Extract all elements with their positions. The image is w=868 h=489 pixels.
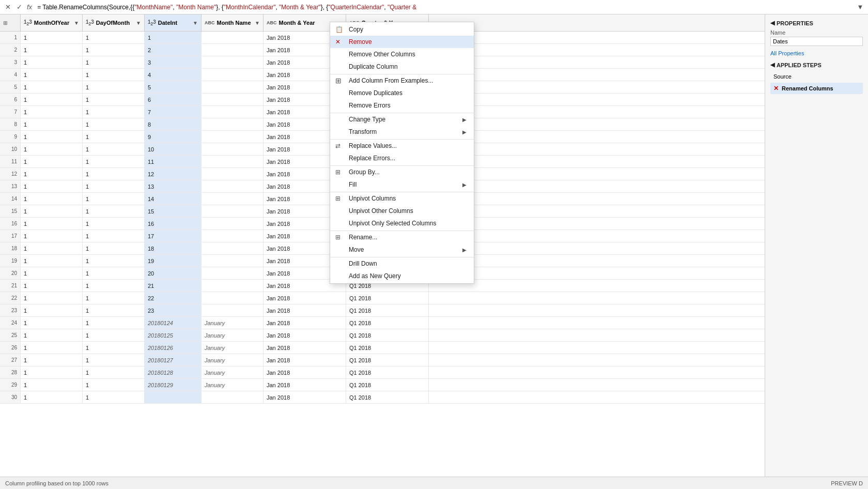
cell-monthofyear-18: 1 xyxy=(21,242,83,254)
menu-item-remove-other[interactable]: Remove Other Columns xyxy=(330,48,474,60)
cell-monthname-29: January xyxy=(202,379,264,391)
expand-icon[interactable]: ▼ xyxy=(856,3,865,12)
filter-monthname[interactable]: ▼ xyxy=(255,20,260,26)
cell-monthname-15 xyxy=(202,205,264,217)
row-num-3: 3 xyxy=(0,56,21,68)
col-header-dayofmonth[interactable]: 123 DayOfMonth ▼ xyxy=(83,14,145,31)
cell-quarterandyear-30: Q1 2018 xyxy=(346,391,429,403)
menu-item-add-new-query[interactable]: Add as New Query xyxy=(330,270,474,282)
cell-monthofyear-22: 1 xyxy=(21,292,83,304)
cell-dateint-28: 20180128 xyxy=(145,366,202,378)
filter-dayofmonth[interactable]: ▼ xyxy=(136,20,141,26)
cell-dateint-2: 2 xyxy=(145,44,202,56)
steps-arrow: ◀ xyxy=(770,62,774,68)
type-icon-monthname: ABC xyxy=(205,20,215,25)
remove-icon: ✕ xyxy=(335,38,340,45)
unpivot-icon: ⊞ xyxy=(335,195,340,202)
confirm-icon[interactable]: ✓ xyxy=(14,3,24,12)
applied-steps-section: ◀ APPLIED STEPS Source✕Renamed Columns xyxy=(770,62,863,471)
right-panel: ◀ PROPERTIES Name All Properties ◀ APPLI… xyxy=(765,14,868,477)
cell-dateint-7: 7 xyxy=(145,106,202,118)
all-properties-link[interactable]: All Properties xyxy=(770,50,863,56)
menu-item-remove[interactable]: ✕Remove xyxy=(330,36,474,48)
cell-monthname-11 xyxy=(202,156,264,167)
cancel-icon[interactable]: ✕ xyxy=(3,3,12,12)
menu-label-remove-errors: Remove Errors xyxy=(349,102,391,109)
menu-label-add-column-examples: Add Column From Examples... xyxy=(349,77,433,84)
cell-dayofmonth-23: 1 xyxy=(83,304,145,316)
row-num-4: 4 xyxy=(0,69,21,81)
row-num-5: 5 xyxy=(0,81,21,93)
menu-label-group-by: Group By... xyxy=(349,169,380,176)
row-num-30: 30 xyxy=(0,391,21,403)
row-num-9: 9 xyxy=(0,131,21,143)
name-label: Name xyxy=(770,29,863,36)
context-menu: 📋Copy✕RemoveRemove Other ColumnsDuplicat… xyxy=(330,22,474,284)
menu-item-replace-errors[interactable]: Replace Errors... xyxy=(330,152,474,164)
menu-item-duplicate[interactable]: Duplicate Column xyxy=(330,60,474,73)
cell-monthofyear-4: 1 xyxy=(21,69,83,81)
filter-monthofyear[interactable]: ▼ xyxy=(74,20,79,26)
cell-monthandyear-22: Jan 2018 xyxy=(264,292,346,304)
cell-monthofyear-3: 1 xyxy=(21,56,83,68)
table-row: 23 1 1 23 Jan 2018 Q1 2018 xyxy=(0,304,765,317)
menu-item-drill-down[interactable]: Drill Down xyxy=(330,257,474,270)
cell-dayofmonth-15: 1 xyxy=(83,205,145,217)
row-num-20: 20 xyxy=(0,267,21,279)
cell-dateint-24: 20180124 xyxy=(145,317,202,329)
status-bar: Column profiling based on top 1000 rows … xyxy=(0,477,868,489)
step-item-renamed-columns[interactable]: ✕Renamed Columns xyxy=(770,83,863,94)
cell-monthandyear-25: Jan 2018 xyxy=(264,329,346,341)
cell-quarterandyear-25: Q1 2018 xyxy=(346,329,429,341)
row-num-2: 2 xyxy=(0,44,21,56)
step-item-source[interactable]: Source xyxy=(770,71,863,82)
menu-item-replace-values[interactable]: ⇄Replace Values... xyxy=(330,139,474,152)
menu-item-unpivot-only-selected[interactable]: Unpivot Only Selected Columns xyxy=(330,217,474,230)
cell-monthname-9 xyxy=(202,131,264,143)
menu-item-group-by[interactable]: ⊞Group By... xyxy=(330,165,474,178)
menu-item-move[interactable]: Move▶ xyxy=(330,243,474,256)
cell-dateint-5: 5 xyxy=(145,81,202,93)
cell-monthofyear-25: 1 xyxy=(21,329,83,341)
menu-item-remove-errors[interactable]: Remove Errors xyxy=(330,99,474,112)
menu-item-add-column-examples[interactable]: ⊞Add Column From Examples... xyxy=(330,74,474,87)
replace-icon: ⇄ xyxy=(335,142,340,149)
col-header-monthofyear[interactable]: 123 MonthOfYear ▼ xyxy=(21,14,83,31)
cell-monthname-12 xyxy=(202,168,264,180)
menu-item-rename[interactable]: ⊞Rename... xyxy=(330,231,474,243)
cell-dayofmonth-7: 1 xyxy=(83,106,145,118)
cell-monthname-30 xyxy=(202,391,264,403)
menu-item-unpivot-other[interactable]: Unpivot Other Columns xyxy=(330,205,474,217)
row-num-22: 22 xyxy=(0,292,21,304)
cell-monthofyear-17: 1 xyxy=(21,230,83,242)
table-row: 30 1 1 Jan 2018 Q1 2018 xyxy=(0,391,765,404)
col-header-dateint[interactable]: 123 DateInt ▼ xyxy=(145,14,202,31)
filter-dateint[interactable]: ▼ xyxy=(193,20,198,26)
menu-item-unpivot-columns[interactable]: ⊞Unpivot Columns xyxy=(330,192,474,205)
menu-item-copy[interactable]: 📋Copy xyxy=(330,23,474,36)
cell-monthname-6 xyxy=(202,94,264,105)
step-delete-renamed-columns[interactable]: ✕ xyxy=(773,85,779,92)
col-label-dayofmonth: DayOfMonth xyxy=(96,20,130,26)
cell-monthname-13 xyxy=(202,180,264,192)
menu-label-drill-down: Drill Down xyxy=(349,260,377,267)
add-col-icon: ⊞ xyxy=(335,77,342,85)
menu-item-transform[interactable]: Transform▶ xyxy=(330,126,474,138)
menu-item-change-type[interactable]: Change Type▶ xyxy=(330,113,474,126)
cell-dayofmonth-27: 1 xyxy=(83,354,145,366)
table-row: 22 1 1 22 Jan 2018 Q1 2018 xyxy=(0,292,765,304)
menu-label-replace-errors: Replace Errors... xyxy=(349,155,395,162)
submenu-arrow-transform: ▶ xyxy=(462,129,467,135)
menu-item-remove-duplicates[interactable]: Remove Duplicates xyxy=(330,87,474,99)
menu-item-fill[interactable]: Fill▶ xyxy=(330,178,474,191)
cell-dayofmonth-12: 1 xyxy=(83,168,145,180)
col-header-monthname[interactable]: ABC Month Name ▼ xyxy=(202,14,264,31)
formula-content: = Table.RenameColumns(Source,{{"MonthNam… xyxy=(37,4,853,11)
cell-dateint-20: 20 xyxy=(145,267,202,279)
cell-dayofmonth-5: 1 xyxy=(83,81,145,93)
row-num-27: 27 xyxy=(0,354,21,366)
name-input[interactable] xyxy=(770,37,863,46)
cell-monthname-23 xyxy=(202,304,264,316)
row-num-15: 15 xyxy=(0,205,21,217)
cell-monthname-8 xyxy=(202,118,264,130)
